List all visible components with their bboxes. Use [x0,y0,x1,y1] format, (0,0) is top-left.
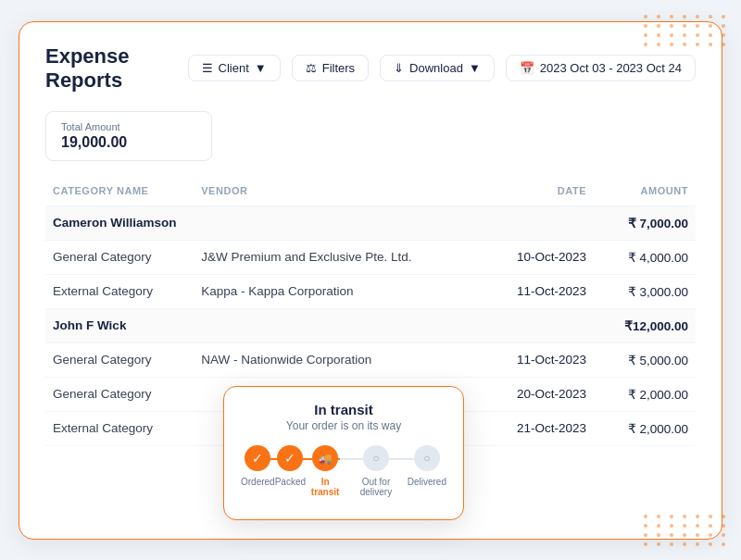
cell-date: 20-Oct-2023 [485,377,595,411]
cell-category: General Category [45,377,194,411]
table-row: Cameron Williamson ₹ 7,000.00 [45,205,696,240]
group-name: Cameron Williamson [45,205,594,240]
cell-vendor: Kappa - Kappa Corporation [194,274,484,308]
total-amount-label: Total Amount [61,121,196,132]
group-total: ₹12,000.00 [594,308,696,342]
calendar-icon: 📅 [520,61,534,75]
step-label: Packed [275,477,306,487]
table-row: General Category J&W Premium and Exclusi… [45,240,696,274]
cell-category: General Category [45,240,194,274]
chevron-down-icon: ▼ [255,61,267,75]
cell-amount: ₹ 3,000.00 [594,274,696,308]
chevron-down-icon-download: ▼ [469,61,481,75]
step-circle: ○ [363,445,389,471]
step-item: ✓ Packed [275,445,306,487]
col-header-category: CATEGORY NAME [45,180,194,206]
step-circle: ○ [414,445,440,471]
page-title: Expense Reports [45,44,177,93]
total-amount-value: 19,000.00 [61,134,196,151]
header: Expense Reports ☰ Client ▼ ⚖ Filters ⇓ D… [45,44,696,93]
step-label: In transit [306,477,345,497]
client-button[interactable]: ☰ Client ▼ [188,55,281,81]
transit-tooltip: In transit Your order is on its way ✓ Or… [223,386,464,520]
date-range-button[interactable]: 📅 2023 Oct 03 - 2023 Oct 24 [506,55,696,81]
cell-date: 11-Oct-2023 [485,342,595,377]
group-name: John F Wick [45,308,594,342]
step-label: Out for delivery [345,477,408,497]
cell-date: 10-Oct-2023 [485,240,595,274]
cell-vendor: J&W Premium and Exclusive Pte. Ltd. [194,240,484,274]
step-item: ✓ Ordered [241,445,275,487]
step-item: ○ Delivered [408,445,446,487]
col-header-date: DATE [485,180,595,206]
cell-amount: ₹ 2,000.00 [594,377,696,411]
cell-category: External Category [45,411,194,445]
cell-date: 11-Oct-2023 [485,274,595,308]
step-item: 🚚 In transit [306,445,345,497]
total-amount-box: Total Amount 19,000.00 [45,111,212,161]
cell-amount: ₹ 5,000.00 [594,342,696,377]
cell-date: 21-Oct-2023 [485,411,595,445]
cell-category: External Category [45,274,194,308]
list-icon: ☰ [202,61,213,75]
group-total: ₹ 7,000.00 [594,205,696,240]
tooltip-subtitle: Your order is on its way [241,419,446,432]
table-row: John F Wick ₹12,000.00 [45,308,696,342]
steps-track: ✓ Ordered ✓ Packed 🚚 In transit ○ Out fo… [241,445,446,497]
step-item: ○ Out for delivery [345,445,408,497]
download-button[interactable]: ⇓ Download ▼ [380,55,495,81]
step-circle: 🚚 [312,445,338,471]
filters-button[interactable]: ⚖ Filters [292,55,369,81]
col-header-vendor: VENDOR [194,180,484,206]
step-circle: ✓ [277,445,303,471]
cell-category: General Category [45,342,194,377]
cell-vendor: NAW - Nationwide Corporation [194,342,484,377]
table-row: External Category Kappa - Kappa Corporat… [45,274,696,308]
download-icon: ⇓ [394,61,404,75]
main-card: Expense Reports ☰ Client ▼ ⚖ Filters ⇓ D… [19,21,722,540]
tooltip-title: In transit [241,402,446,417]
dots-bottom-right-decoration [644,515,729,546]
step-label: Ordered [241,477,275,487]
col-header-amount: AMOUNT [594,180,696,206]
filter-icon: ⚖ [306,61,317,75]
cell-amount: ₹ 4,000.00 [594,240,696,274]
cell-amount: ₹ 2,000.00 [594,411,696,445]
dots-top-right-decoration [644,15,729,46]
step-label: Delivered [408,477,446,487]
table-row: General Category NAW - Nationwide Corpor… [45,342,696,377]
step-circle: ✓ [245,445,270,471]
